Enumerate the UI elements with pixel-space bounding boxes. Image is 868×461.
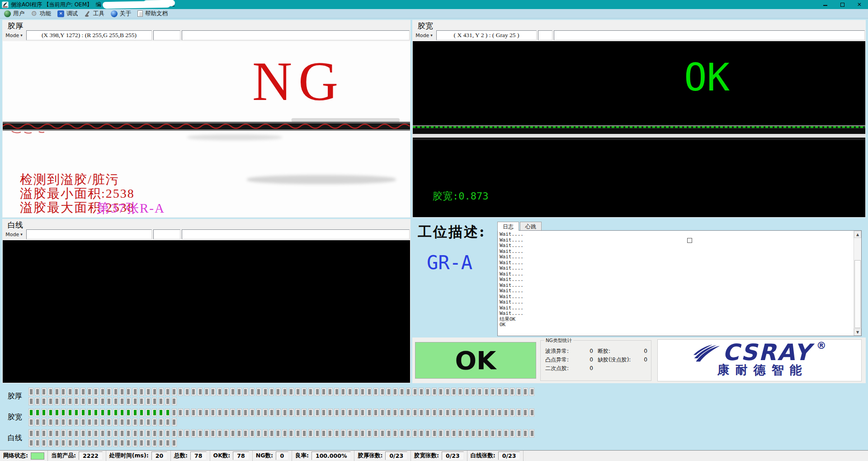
frame-cell [80, 429, 85, 437]
frame-cell [224, 409, 229, 417]
panel-white-line: 白线 Mode [2, 219, 410, 383]
frame-cell [74, 429, 79, 437]
mode-row: Mode [2, 229, 410, 239]
frame-cell [87, 439, 92, 447]
menu-item-label: 调试 [66, 10, 78, 18]
frame-cell [282, 409, 287, 417]
panel-title: 白线 [2, 219, 410, 229]
menu-item-user[interactable]: 用户 [2, 10, 29, 18]
menu-item-function[interactable]: 功能 [29, 10, 56, 18]
maximize-button[interactable] [834, 0, 851, 9]
result-banner: OK [415, 342, 536, 379]
menu-item-label: 工具 [93, 10, 104, 18]
bottom-strip: OK NG类型统计 波浪异常:0凸点异常:0二次点胶:0 断胶:0缺胶(没点胶)… [412, 337, 866, 383]
thickness-inspection-image: NG 检测到溢胶/脏污 溢胶最小面积:2538 溢胶最大面积:2538 第37张… [3, 41, 410, 217]
status-whiteline-frames: 白线张数:0/23 [467, 451, 524, 461]
frame-cell [94, 418, 99, 426]
log-panel: 日志心跳 Wait....Wait....Wait....Wait....Wai… [497, 222, 862, 336]
frame-cell [354, 388, 359, 396]
frame-cell [373, 409, 378, 417]
tab-heartbeat[interactable]: 心跳 [520, 222, 542, 231]
frame-cell [100, 397, 105, 405]
log-list: Wait....Wait....Wait....Wait....Wait....… [497, 230, 862, 336]
frame-cell [55, 418, 60, 426]
frame-cell [184, 429, 189, 437]
frame-cell [126, 409, 131, 417]
frame-cell [48, 418, 53, 426]
mode-dropdown[interactable]: Mode [3, 229, 25, 239]
frame-cell [477, 429, 482, 437]
scroll-thumb[interactable] [854, 260, 861, 328]
frame-cell [165, 388, 170, 396]
frame-cell [55, 439, 60, 447]
menu-item-about[interactable]: 关于 [109, 10, 136, 18]
frame-cell [386, 429, 391, 437]
frame-cell [35, 429, 40, 437]
frame-cell [48, 409, 53, 417]
frame-cell [289, 388, 294, 396]
scroll-down-icon[interactable] [854, 328, 861, 336]
frame-cell [250, 388, 255, 396]
status-thickness-frames: 胶厚张数:0/23 [354, 451, 411, 461]
frame-cell [198, 388, 203, 396]
log-entry: Wait.... [500, 232, 852, 238]
frame-cell [159, 397, 164, 405]
tab-log[interactable]: 日志 [497, 222, 519, 231]
maximize-icon [840, 3, 844, 7]
frame-cell [464, 429, 469, 437]
minimize-button[interactable] [816, 0, 834, 9]
mode-dropdown[interactable]: Mode [413, 30, 435, 40]
frame-cell [321, 409, 326, 417]
frame-cell [211, 388, 216, 396]
frame-cell [458, 388, 463, 396]
log-scrollbar[interactable] [854, 231, 861, 336]
title-redaction-blob [103, 0, 170, 9]
frame-cell [159, 409, 164, 417]
frame-cell [55, 397, 60, 405]
frame-cell [380, 429, 385, 437]
frame-cell [159, 388, 164, 396]
log-entry: Wait.... [500, 254, 852, 260]
frame-cell [367, 409, 372, 417]
frame-cell [100, 429, 105, 437]
frame-cell [529, 429, 534, 437]
frame-cell [191, 388, 196, 396]
frame-cell [458, 429, 463, 437]
status-label: 总数: [174, 452, 188, 460]
frame-cell [152, 439, 157, 447]
frame-cell [243, 409, 248, 417]
defect-report: 检测到溢胶/脏污 溢胶最小面积:2538 溢胶最大面积:2538 第37张R-A [20, 172, 135, 214]
frame-cell [126, 439, 131, 447]
smudge [247, 175, 396, 184]
frame-cell [100, 388, 105, 396]
frame-cell [491, 429, 495, 437]
scroll-up-icon[interactable] [854, 231, 861, 238]
menu-item-debug[interactable]: 调试 [56, 10, 82, 18]
frame-cell [328, 388, 333, 396]
frame-cell [126, 388, 131, 396]
frame-cell [87, 429, 92, 437]
mode-dropdown[interactable]: Mode [3, 30, 25, 40]
frame-cell [107, 397, 112, 405]
close-button[interactable]: ✕ [851, 0, 868, 9]
frame-cell [510, 409, 515, 417]
menu-item-help[interactable]: 帮助文档 [136, 10, 172, 18]
status-width-frames: 胶宽张数:0/23 [411, 451, 467, 461]
frame-cell [529, 409, 534, 417]
frame-cell [341, 409, 346, 417]
frame-cell [28, 388, 33, 396]
frame-cell [334, 429, 339, 437]
frame-cell [451, 429, 456, 437]
frame-cell [28, 418, 33, 426]
frame-cell [48, 439, 53, 447]
frame-cell [139, 439, 144, 447]
frame-cell [425, 429, 430, 437]
frame-cell [172, 418, 177, 426]
frame-cell [393, 388, 398, 396]
frame-cell [184, 388, 189, 396]
progress-row [28, 439, 534, 447]
status-value: 100.000% [311, 451, 351, 460]
checkbox[interactable] [687, 238, 692, 243]
frame-cell [295, 388, 300, 396]
menu-item-tools[interactable]: 工具 [82, 10, 109, 18]
